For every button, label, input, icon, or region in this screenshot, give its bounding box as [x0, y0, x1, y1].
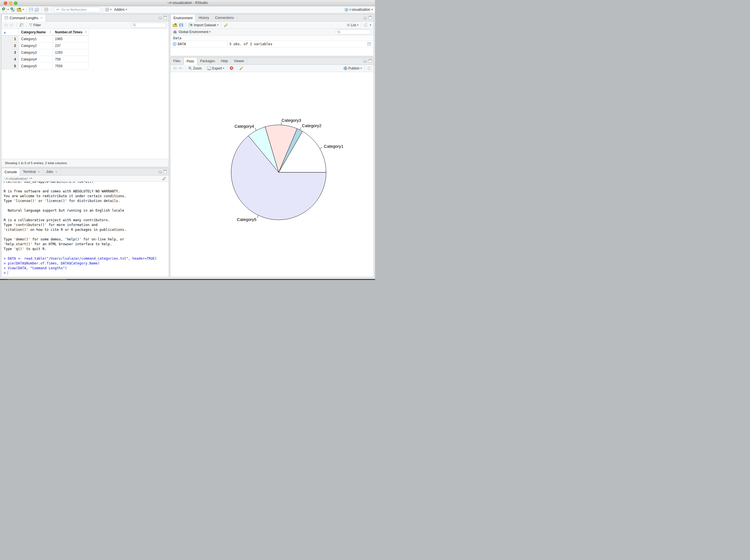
- table-row[interactable]: 3Category31293: [1, 49, 88, 56]
- tab-jobs[interactable]: Jobs✕: [43, 168, 61, 175]
- open-file-button[interactable]: [17, 8, 24, 12]
- save-all-icon[interactable]: [35, 8, 39, 12]
- next-plot-icon[interactable]: [179, 66, 183, 70]
- tab-label: Help: [221, 59, 228, 63]
- tab-environment[interactable]: Environment: [171, 15, 196, 21]
- zoom-label: Zoom: [193, 66, 202, 71]
- minimize-pane-icon[interactable]: [159, 170, 162, 173]
- tab-plots[interactable]: Plots: [183, 58, 197, 65]
- chevron-down-icon: [7, 9, 9, 10]
- tab-command-lengths[interactable]: Command Lengths ✕: [1, 15, 46, 21]
- forward-icon[interactable]: [9, 23, 14, 27]
- tab-label: Console: [4, 170, 17, 174]
- expand-object-icon[interactable]: [173, 42, 177, 46]
- close-icon[interactable]: ✕: [55, 171, 57, 174]
- tab-terminal[interactable]: Terminal✕: [20, 168, 43, 175]
- clear-console-icon[interactable]: [162, 177, 166, 181]
- toolbar-separator: [361, 23, 361, 27]
- refresh-icon[interactable]: [364, 23, 368, 27]
- row-number-header[interactable]: [1, 29, 19, 36]
- tab-connections[interactable]: Connections: [212, 15, 237, 21]
- pane-grid-icon: [105, 8, 109, 12]
- toolbar-separator: [26, 7, 27, 12]
- list-view-button[interactable]: List: [347, 23, 359, 27]
- pie-label-category2: Category2: [302, 123, 321, 128]
- data-table-icon: [4, 16, 8, 20]
- goto-directory-icon[interactable]: [29, 177, 33, 180]
- pie-label-category5: Category5: [237, 217, 256, 222]
- data-cell: 1293: [53, 49, 88, 56]
- addins-button[interactable]: Addins: [114, 8, 127, 12]
- tab-help[interactable]: Help: [218, 58, 231, 64]
- table-footer: Showing 1 to 5 of 5 entries, 2 total col…: [1, 159, 169, 167]
- data-cell: Category3: [19, 49, 53, 56]
- environment-search-box[interactable]: [335, 29, 371, 35]
- table-search-input[interactable]: [137, 23, 164, 27]
- panes-layout-button[interactable]: [105, 8, 112, 12]
- previous-plot-icon[interactable]: [173, 66, 177, 70]
- environment-search-input[interactable]: [342, 30, 369, 34]
- tab-history[interactable]: History: [196, 15, 212, 21]
- close-icon[interactable]: ✕: [38, 171, 40, 174]
- maximize-pane-icon[interactable]: [369, 59, 372, 63]
- refresh-plot-icon[interactable]: [367, 66, 371, 70]
- open-in-window-icon[interactable]: [19, 23, 23, 27]
- environment-scope-selector[interactable]: Global Environment: [179, 30, 211, 34]
- table-row[interactable]: 4Category4759: [1, 56, 88, 63]
- project-cube-icon: R: [344, 8, 349, 12]
- load-workspace-icon[interactable]: [173, 23, 177, 27]
- new-file-button[interactable]: [2, 7, 9, 12]
- publish-button[interactable]: Publish: [343, 66, 362, 71]
- table-row[interactable]: 5Category57559: [1, 63, 88, 69]
- tab-packages[interactable]: Packages: [197, 58, 218, 64]
- plots-toolbar: Zoom Export Pub: [171, 65, 374, 72]
- console-output[interactable]: Platform: x86_64-apple-darwin15.6.0 (64-…: [1, 182, 169, 277]
- goto-file-box[interactable]: [54, 7, 100, 13]
- svg-text:R: R: [346, 9, 347, 11]
- view-table-icon[interactable]: [367, 42, 371, 46]
- search-icon: [133, 23, 136, 26]
- remove-plot-icon[interactable]: [230, 66, 234, 71]
- filter-button[interactable]: Filter: [29, 23, 41, 27]
- minimize-pane-icon[interactable]: [363, 16, 367, 19]
- new-project-button[interactable]: R: [11, 7, 15, 12]
- tab-console[interactable]: Console: [1, 168, 20, 176]
- table-search-box[interactable]: [131, 23, 166, 28]
- chevron-down-icon: [209, 32, 211, 33]
- object-name: DATA: [178, 42, 186, 46]
- row-number-cell: 2: [1, 42, 19, 49]
- clear-all-plots-icon[interactable]: [239, 66, 243, 71]
- table-row[interactable]: 2Category2237: [1, 42, 88, 49]
- environment-object-row[interactable]: DATA5 obs. of 2 variables: [171, 41, 374, 47]
- new-project-icon: R: [11, 7, 15, 12]
- plot-display: Category1Category2Category3Category4Cate…: [171, 72, 374, 277]
- pie-label-category3: Category3: [281, 118, 301, 123]
- column-header-number-of-times[interactable]: Number.of.Times: [53, 29, 88, 36]
- project-selector[interactable]: R r-visualization: [344, 8, 373, 12]
- import-dataset-button[interactable]: Import Dataset: [189, 23, 219, 27]
- environment-tabstrip: EnvironmentHistoryConnections: [171, 15, 374, 21]
- export-plot-button[interactable]: Export: [207, 66, 225, 71]
- list-icon: [347, 24, 350, 26]
- clear-workspace-icon[interactable]: [224, 23, 228, 27]
- tab-files[interactable]: Files: [171, 58, 183, 64]
- table-row[interactable]: 1Category11965: [1, 36, 88, 42]
- zoom-plot-button[interactable]: Zoom: [188, 66, 202, 71]
- row-number-cell: 1: [1, 36, 19, 42]
- close-icon[interactable]: ✕: [40, 16, 42, 20]
- tab-viewer[interactable]: Viewer: [231, 58, 247, 64]
- console-pane: ConsoleTerminal✕Jobs✕ ~/r-visualization/…: [1, 168, 169, 277]
- goto-file-input[interactable]: [61, 8, 98, 12]
- minimize-pane-icon[interactable]: [159, 16, 162, 19]
- maximize-pane-icon[interactable]: [164, 170, 167, 174]
- minimize-pane-icon[interactable]: [363, 59, 367, 62]
- save-workspace-icon[interactable]: [179, 23, 183, 27]
- back-icon[interactable]: [4, 23, 8, 27]
- scope-label: Global Environment: [179, 30, 208, 34]
- maximize-pane-icon[interactable]: [369, 16, 372, 20]
- maximize-pane-icon[interactable]: [164, 16, 167, 20]
- pie-label-tick: [320, 147, 322, 148]
- column-header-category-name[interactable]: Category.Name: [19, 29, 53, 36]
- print-icon[interactable]: [44, 7, 48, 12]
- save-icon[interactable]: [29, 8, 33, 12]
